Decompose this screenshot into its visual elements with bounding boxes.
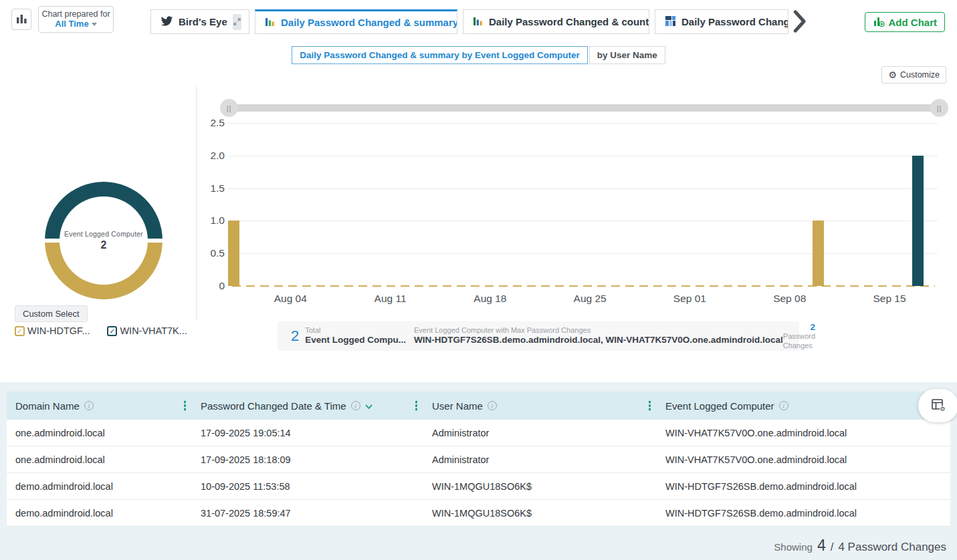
tab-label: Bird's Eye	[179, 16, 227, 27]
tab-label: Daily Password Changed & summary	[281, 17, 457, 28]
panel-divider	[196, 86, 197, 321]
column-menu-icon[interactable]	[184, 404, 187, 407]
add-chart-label: Add Chart	[889, 17, 938, 28]
column-menu-icon[interactable]	[649, 404, 651, 407]
column-header-label: Password Changed Date & Time	[201, 400, 346, 412]
column-header-label: Event Logged Computer	[665, 400, 774, 412]
column-header-label: User Name	[432, 400, 483, 412]
footer-total: 4 Password Changes	[838, 541, 946, 554]
column-header-event-logged-computer[interactable]: Event Logged Computer	[657, 392, 950, 420]
subtab-by-event-logged-computer[interactable]: Daily Password Changed & summary by Even…	[292, 46, 588, 64]
gridline	[228, 123, 938, 124]
prepared-for-dropdown[interactable]: Chart prepared for All Time	[38, 6, 114, 33]
bar-chart-colored-icon	[265, 16, 276, 29]
x-tick-label: Aug 11	[360, 293, 421, 305]
column-header-domain-name[interactable]: Domain Name	[7, 392, 192, 420]
bar-chart-colored-icon	[473, 15, 484, 28]
table-settings-icon: ⚙	[930, 397, 946, 415]
summary-max-value: WIN-HDTGF7S26SB.demo.admindroid.local, W…	[414, 335, 783, 346]
column-header-user-name[interactable]: User Name	[423, 392, 657, 420]
grid-body: one.admindroid.local17-09-2025 19:05:14A…	[7, 420, 950, 527]
legend-label: WIN-HDTGF...	[27, 325, 90, 336]
table-cell: WIN-HDTGF7S26SB.demo.admindroid.local	[657, 508, 950, 519]
column-header-password-changed-date-time[interactable]: Password Changed Date & Time	[192, 392, 423, 420]
info-icon[interactable]	[779, 401, 788, 410]
table-section: Domain NamePassword Changed Date & TimeU…	[0, 382, 957, 560]
summary-total: 2 Total Event Logged Compu...	[278, 326, 403, 347]
table-cell: 17-09-2025 19:05:14	[192, 428, 423, 438]
table-row: demo.admindroid.local10-09-2025 11:53:58…	[7, 473, 950, 500]
sort-desc-icon[interactable]	[365, 400, 373, 412]
x-axis-baseline	[232, 285, 935, 287]
bar-plot: Aug 04Aug 11Aug 18Aug 25Sep 01Sep 08Sep …	[228, 88, 938, 315]
legend-item[interactable]: WIN-VHAT7K...	[107, 325, 187, 336]
donut-center: Event Logged Computer 2	[60, 196, 148, 285]
checkbox-icon[interactable]	[107, 326, 117, 336]
column-settings-button[interactable]: ⚙	[918, 389, 957, 422]
checkbox-icon[interactable]	[15, 326, 25, 336]
svg-text:⚙: ⚙	[940, 405, 945, 412]
tab-scroll-right-button[interactable]	[789, 10, 809, 34]
table-cell: demo.admindroid.local	[7, 481, 192, 492]
expand-icon[interactable]	[233, 14, 241, 30]
donut-center-value: 2	[101, 239, 107, 251]
table-cell: demo.admindroid.local	[7, 508, 192, 519]
y-tick-label: 2.5	[206, 117, 225, 129]
footer-shown-count: 4	[817, 537, 826, 555]
chart-type-button[interactable]	[11, 9, 31, 30]
summary-right-label: Password Changes	[783, 332, 815, 351]
tab-label: Daily Password Changed &	[681, 16, 788, 27]
x-tick-label: Aug 04	[260, 293, 320, 305]
chevron-down-icon	[92, 23, 97, 26]
summary-right-value: 2	[811, 322, 816, 332]
tab-daily-password-summary[interactable]: Daily Password Changed & summary	[255, 9, 457, 34]
x-tick-label: Aug 18	[460, 293, 520, 305]
tab-daily-password-truncated[interactable]: Daily Password Changed &	[655, 9, 788, 34]
table-cell: 17-09-2025 18:18:09	[192, 454, 423, 465]
table-cell: one.admindroid.local	[7, 428, 192, 438]
custom-select-button[interactable]: Custom Select	[15, 305, 88, 322]
add-chart-button[interactable]: Add Chart	[865, 12, 946, 32]
info-icon[interactable]	[351, 401, 360, 410]
customize-button[interactable]: Customize	[881, 66, 946, 84]
grid-header: Domain NamePassword Changed Date & TimeU…	[7, 392, 950, 420]
chart-tab-bar: Bird's Eye Daily Password Changed & summ…	[150, 9, 788, 34]
data-grid: Domain NamePassword Changed Date & TimeU…	[7, 392, 950, 527]
summary-right: 2 Password Changes	[783, 322, 825, 351]
legend-label: WIN-VHAT7K...	[120, 325, 187, 336]
info-icon[interactable]	[84, 401, 94, 410]
donut-legend: WIN-HDTGF...WIN-VHAT7K...	[15, 325, 187, 336]
gridline	[228, 188, 938, 189]
bar[interactable]	[813, 221, 824, 286]
table-cell: 31-07-2025 18:59:47	[192, 508, 423, 519]
tab-daily-password-count[interactable]: Daily Password Changed & count	[463, 9, 649, 34]
summary-strip: 2 Total Event Logged Compu... Event Logg…	[278, 321, 799, 351]
gear-icon	[888, 69, 897, 80]
y-tick-label: 2.0	[206, 150, 225, 162]
info-icon[interactable]	[488, 401, 497, 410]
table-cell: Administrator	[423, 454, 657, 465]
grid-chart-icon	[665, 15, 676, 29]
gridline	[228, 221, 938, 221]
table-cell: one.admindroid.local	[7, 454, 192, 465]
chart-card: Chart prepared for All Time Bird's Eye D…	[0, 0, 957, 364]
table-row: one.admindroid.local17-09-2025 19:05:14A…	[7, 420, 950, 446]
summary-max: Event Logged Computer with Max Password …	[403, 326, 783, 347]
column-menu-icon[interactable]	[415, 404, 418, 407]
bar[interactable]	[228, 221, 239, 286]
tab-birds-eye[interactable]: Bird's Eye	[150, 9, 249, 34]
chevron-right-icon	[790, 25, 808, 35]
gridline	[228, 253, 938, 254]
table-cell: WIN-VHAT7K57V0O.one.admindroid.local	[657, 428, 950, 438]
footer-separator: /	[831, 541, 834, 554]
bar[interactable]	[912, 156, 924, 286]
gridline	[228, 156, 938, 156]
subtab-by-user-name[interactable]: by User Name	[589, 46, 665, 64]
summary-max-caption: Event Logged Computer with Max Password …	[414, 326, 783, 335]
donut-chart[interactable]: Event Logged Computer 2	[45, 182, 163, 299]
prepared-for-value: All Time	[55, 19, 88, 29]
customize-label: Customize	[900, 70, 940, 80]
tab-label: Daily Password Changed & count	[489, 16, 649, 27]
legend-item[interactable]: WIN-HDTGF...	[15, 325, 90, 336]
y-tick-label: 0.5	[206, 247, 225, 259]
